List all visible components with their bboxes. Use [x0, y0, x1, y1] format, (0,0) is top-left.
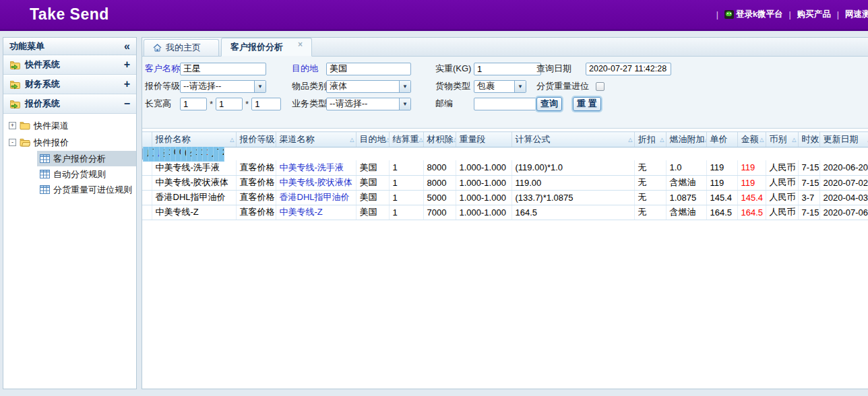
buy-product-link[interactable]: 购买产品 — [797, 9, 831, 20]
query-date-input[interactable] — [586, 63, 671, 75]
cell-discount: 外加收 — [187, 147, 192, 162]
collapse-icon[interactable]: − — [124, 98, 130, 110]
chevron-down-icon: ▼ — [399, 81, 410, 92]
table-row[interactable]: 中美专线-洗手液 直客价格 中美专线-洗手液 美国 1 8000 1.000-1… — [142, 160, 868, 175]
actual-weight-input[interactable] — [474, 63, 541, 75]
speed-test-link[interactable]: 网速测试 — [845, 9, 868, 20]
cell-quote-level: 直客价格 — [236, 160, 276, 175]
tree-node-express-quote[interactable]: - 快件报价 — [3, 134, 136, 151]
tree-leaf-weight-carry-rules[interactable]: 分货重量可进位规则 — [37, 182, 136, 197]
cell-volume-divisor: 8000 — [423, 175, 456, 190]
multiply-sign: * — [245, 99, 249, 109]
col-formula[interactable]: 计算公式△ — [512, 132, 634, 147]
cell-weight-range: 0.051-2.000 — [176, 147, 181, 162]
cell-quote-name: 中美专线-洗手液 — [152, 160, 236, 175]
expand-icon[interactable]: + — [124, 78, 130, 90]
cell-formula: (133.7)*1.0875 — [512, 190, 634, 205]
tree-node-express-channel[interactable]: + 快件渠道 — [3, 117, 136, 134]
quote-level-value: --请选择-- — [181, 80, 254, 92]
cell-fuel: 含燃油 — [666, 205, 706, 220]
sort-icon: △ — [760, 137, 764, 143]
cell-quote-name: 广州E邮宝-Z — [144, 147, 149, 162]
table-row[interactable]: 中美专线-Z 直客价格 中美专线-Z 美国 1 7000 1.000-1.000… — [142, 205, 868, 220]
quote-level-select[interactable]: --请选择-- ▼ — [180, 80, 266, 93]
width-input[interactable] — [216, 98, 243, 110]
cell-formula: 119.00 — [512, 175, 634, 190]
reset-button[interactable]: 重 置 — [573, 97, 601, 111]
cell-settle-weight: 1 — [389, 190, 423, 205]
col-amount[interactable]: 金额△ — [737, 132, 766, 147]
col-currency[interactable]: 币别△ — [766, 132, 798, 147]
cargo-type-select[interactable]: 包裹 ▼ — [474, 80, 526, 93]
cell-settle-weight: 1 — [389, 175, 423, 190]
col-settle-weight[interactable]: 结算重△ — [389, 132, 423, 147]
expand-icon[interactable]: + — [124, 59, 130, 71]
weight-carry-checkbox[interactable] — [596, 82, 604, 91]
tab-customer-quote-analysis[interactable]: 客户报价分析 × — [221, 38, 312, 57]
business-type-select[interactable]: --请选择-- ▼ — [326, 98, 411, 110]
table-icon — [40, 185, 50, 194]
expander-minus-icon[interactable]: - — [9, 139, 16, 146]
table-row[interactable]: 广州E邮宝-Z 直客价格 广州E邮宝-Z 美国 1 0 0.051-2.000 … — [142, 147, 152, 160]
cell-destination: 美国 — [356, 160, 389, 175]
tree-leaf-label: 客户报价分析 — [53, 153, 106, 165]
business-type-label: 业务类型 — [292, 98, 326, 110]
cell-fuel: 1.0 — [666, 160, 706, 175]
item-category-select[interactable]: 液体 ▼ — [326, 80, 411, 93]
tree-leaf-auto-distribution-rules[interactable]: 自动分货规则 — [37, 166, 136, 182]
sidebar-group-label: 财务系统 — [25, 78, 60, 90]
col-fuel-surcharge[interactable]: 燃油附加△ — [666, 132, 706, 147]
col-quote-name[interactable]: 报价名称△ — [152, 132, 236, 147]
sidebar-group-quote[interactable]: 报价系统 − — [3, 94, 136, 114]
tab-bar: 我的主页 客户报价分析 × — [142, 38, 868, 57]
cell-update-date: 2020-07-25 — [219, 147, 224, 162]
length-input[interactable] — [180, 98, 207, 110]
col-destination[interactable]: 目的地△ — [356, 132, 389, 147]
col-quote-level[interactable]: 报价等级△ — [236, 132, 276, 147]
col-volume-divisor[interactable]: 材积除△ — [423, 132, 456, 147]
col-update-date[interactable]: 更新日期△ — [819, 132, 868, 147]
collapse-sidebar-icon[interactable]: « — [124, 40, 130, 53]
divider: | — [716, 10, 718, 20]
col-unit-price[interactable]: 单价 — [706, 132, 737, 147]
col-aging[interactable]: 时效△ — [798, 132, 819, 147]
channel-link[interactable]: 中美专线-胶状液体 — [280, 177, 352, 187]
cell-unit-price: 119 — [706, 175, 737, 190]
table-icon — [40, 170, 50, 178]
zipcode-input[interactable] — [474, 98, 541, 110]
customer-name-input[interactable] — [180, 63, 266, 75]
col-weight-range[interactable]: 重量段 — [456, 132, 512, 147]
login-wechat-link[interactable]: 登录k微平台 — [724, 9, 782, 20]
table-row[interactable]: 中美专线-胶状液体 直客价格 中美专线-胶状液体 美国 1 8000 1.000… — [142, 175, 868, 190]
sidebar-group-label: 快件系统 — [25, 59, 60, 71]
height-input[interactable] — [251, 98, 281, 110]
field-cargo-type: 货物类型 包裹 ▼ — [435, 79, 526, 94]
item-category-label: 物品类别 — [292, 80, 326, 92]
folder-arrow-icon — [9, 79, 21, 90]
table-header-row: 报价名称△ 报价等级△ 渠道名称△ 目的地△ 结算重△ 材积除△ 重量段 计算公… — [142, 132, 868, 147]
channel-link[interactable]: 中美专线-洗手液 — [280, 162, 344, 172]
sort-icon: △ — [660, 137, 664, 143]
cell-update-date: 2020-04-03 — [819, 190, 868, 205]
col-discount[interactable]: 折扣△ — [634, 132, 666, 147]
tree-leaf-customer-quote-analysis[interactable]: 客户报价分析 — [37, 151, 136, 166]
table-row[interactable]: 香港DHL指甲油价 直客价格 香港DHL指甲油价 美国 1 5000 1.000… — [142, 190, 868, 205]
expander-plus-icon[interactable]: + — [9, 122, 16, 129]
cell-volume-divisor: 7000 — [423, 205, 456, 220]
tree-leaf-label: 自动分货规则 — [53, 168, 106, 180]
field-dimensions: 长宽高 * * — [145, 96, 281, 111]
sidebar-group-finance[interactable]: 财务系统 + — [3, 75, 136, 94]
divider: | — [789, 10, 791, 20]
col-channel-name[interactable]: 渠道名称△ — [276, 132, 356, 147]
sidebar-group-express[interactable]: 快件系统 + — [3, 55, 136, 75]
destination-input[interactable] — [326, 63, 411, 75]
field-actual-weight: 实重(KG) — [435, 61, 541, 76]
channel-link[interactable]: 中美专线-Z — [280, 207, 323, 217]
row-indicator — [142, 190, 152, 205]
query-button[interactable]: 查询 — [536, 97, 562, 111]
channel-link[interactable]: 香港DHL指甲油价 — [280, 192, 350, 202]
close-tab-icon[interactable]: × — [298, 40, 303, 49]
field-query-date: 查询日期 — [536, 61, 671, 76]
tab-my-homepage[interactable]: 我的主页 — [144, 39, 219, 56]
business-type-value: --请选择-- — [327, 98, 399, 110]
